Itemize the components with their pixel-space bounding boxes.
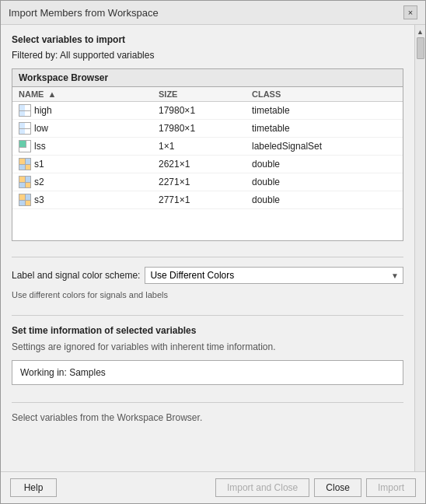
var-class: timetable	[252, 105, 396, 116]
import-button[interactable]: Import	[366, 478, 416, 497]
var-name: high	[34, 105, 52, 116]
color-scheme-label: Label and signal color scheme:	[12, 270, 140, 281]
var-size: 17980×1	[159, 105, 252, 116]
dialog-close-button[interactable]: ×	[403, 5, 417, 19]
dialog-title: Import Members from Workspace	[9, 7, 159, 19]
empty-space	[12, 209, 403, 240]
row-name: lss	[19, 140, 159, 152]
row-name: low	[19, 122, 159, 135]
separator2	[12, 315, 403, 316]
time-section-label: Set time information of selected variabl…	[12, 325, 403, 336]
color-scheme-row: Label and signal color scheme: Use Diffe…	[12, 267, 403, 284]
var-size: 2771×1	[159, 194, 252, 205]
col-size: SIZE	[159, 89, 252, 99]
section1-label: Select variables to import	[12, 34, 403, 45]
close-button[interactable]: Close	[314, 478, 361, 497]
lss-icon	[19, 140, 31, 152]
sort-icon: ▲	[47, 89, 56, 99]
working-in-box: Working in: Samples	[12, 360, 403, 385]
scroll-thumb[interactable]	[417, 37, 424, 59]
double-icon	[19, 194, 31, 206]
scrollable-area: Select variables to import Filtered by: …	[1, 25, 414, 471]
dialog: Import Members from Workspace × Select v…	[0, 0, 426, 504]
row-name: s2	[19, 176, 159, 188]
separator	[12, 257, 403, 257]
var-class: double	[252, 177, 396, 187]
var-class: double	[252, 159, 396, 170]
scroll-up-arrow[interactable]: ▲	[417, 26, 424, 37]
table-row[interactable]: s1 2621×1 double	[12, 156, 403, 173]
timetable-icon	[19, 104, 31, 117]
var-class: timetable	[252, 123, 396, 134]
working-in-label: Working in:	[20, 367, 67, 378]
separator3	[12, 402, 403, 403]
table-row[interactable]: s2 2271×1 double	[12, 173, 403, 191]
var-class: labeledSignalSet	[252, 141, 396, 152]
table-row[interactable]: lss 1×1 labeledSignalSet	[12, 138, 403, 156]
var-name: lss	[34, 141, 46, 152]
timetable-icon	[19, 122, 31, 135]
var-size: 17980×1	[159, 123, 252, 134]
color-scheme-select[interactable]: Use Different Colors Use Same Color Cust…	[145, 267, 403, 284]
status-text: Select variables from the Workspace Brow…	[12, 412, 403, 423]
var-size: 1×1	[159, 141, 252, 152]
var-size: 2271×1	[159, 177, 252, 187]
col-name: NAME ▲	[19, 89, 159, 99]
table-row[interactable]: s3 2771×1 double	[12, 191, 403, 209]
help-button[interactable]: Help	[10, 478, 57, 497]
right-scrollbar: ▲	[414, 25, 425, 471]
row-name: high	[19, 104, 159, 117]
color-scheme-select-wrapper: Use Different Colors Use Same Color Cust…	[145, 267, 403, 284]
var-name: s2	[34, 177, 44, 187]
dialog-footer: Help Import and Close Close Import	[1, 471, 425, 503]
row-name: s3	[19, 194, 159, 206]
working-in-value: Samples	[69, 367, 106, 378]
double-icon	[19, 158, 31, 170]
table-row[interactable]: high 17980×1 timetable	[12, 102, 403, 120]
var-name: low	[34, 123, 48, 134]
import-close-button[interactable]: Import and Close	[215, 478, 309, 497]
filter-label: Filtered by: All supported variables	[12, 50, 403, 61]
var-size: 2621×1	[159, 159, 252, 170]
row-name: s1	[19, 158, 159, 170]
main-content: Select variables to import Filtered by: …	[1, 25, 425, 471]
color-hint: Use different colors for signals and lab…	[12, 290, 403, 299]
time-hint: Settings are ignored for variables with …	[12, 341, 403, 352]
wb-header: Workspace Browser	[12, 69, 403, 87]
title-bar: Import Members from Workspace ×	[1, 1, 425, 25]
var-name: s3	[34, 194, 44, 205]
table-row[interactable]: low 17980×1 timetable	[12, 120, 403, 138]
col-class: CLASS	[252, 89, 396, 99]
var-class: double	[252, 194, 396, 205]
button-group: Import and Close Close Import	[215, 478, 416, 497]
table-header: NAME ▲ SIZE CLASS	[12, 87, 403, 102]
workspace-browser: Workspace Browser NAME ▲ SIZE CLASS high…	[12, 68, 403, 241]
double-icon	[19, 176, 31, 188]
var-name: s1	[34, 159, 44, 170]
